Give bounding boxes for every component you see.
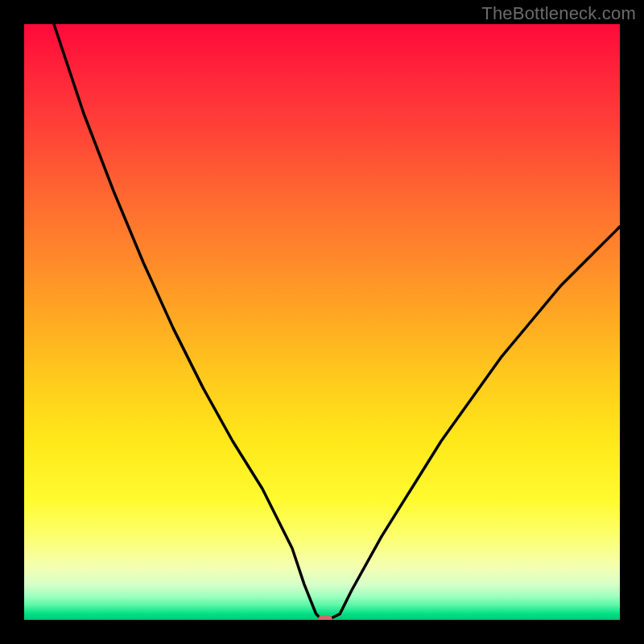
watermark-text: TheBottleneck.com bbox=[481, 3, 636, 24]
optimal-marker bbox=[318, 615, 332, 620]
chart-frame: TheBottleneck.com bbox=[0, 0, 644, 644]
bottleneck-curve bbox=[24, 24, 620, 620]
plot-area bbox=[24, 24, 620, 620]
